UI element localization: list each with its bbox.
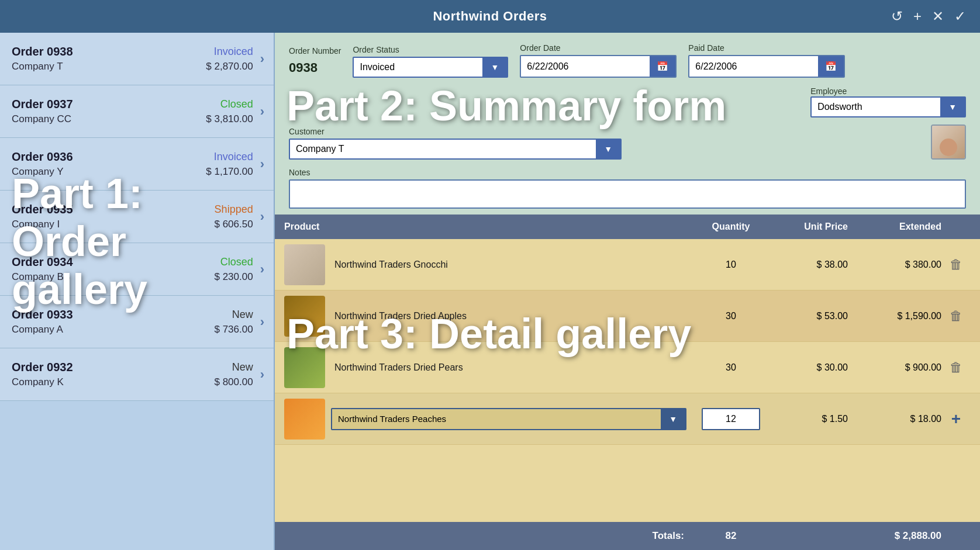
- notes-field: Notes: [289, 168, 966, 209]
- product-dropdown-btn[interactable]: ▼: [661, 409, 685, 429]
- order-date-calendar-btn[interactable]: 📅: [650, 56, 675, 77]
- product-thumbnail: [284, 244, 325, 285]
- product-extended-new: $ 18.00: [848, 414, 941, 424]
- order-item-top: Order 0937 Closed: [12, 98, 253, 111]
- product-name: Northwind Traders Dried Pears: [334, 362, 696, 373]
- customer-field: Customer ▼: [289, 127, 622, 160]
- notes-input[interactable]: [289, 179, 966, 209]
- order-item-content: Order 0936 Invoiced Company Y $ 1,170.00: [12, 150, 253, 178]
- paid-date-field: Paid Date 📅: [688, 43, 845, 78]
- order-date-field: Order Date 📅: [520, 43, 677, 78]
- chevron-right-icon: ›: [260, 51, 264, 67]
- product-dropdown[interactable]: ▼: [331, 408, 686, 430]
- order-item-bottom: Company A $ 736.00: [12, 324, 253, 335]
- order-item[interactable]: Order 0935 Shipped Company I $ 606.50 ›: [0, 191, 274, 243]
- employee-input[interactable]: [812, 98, 940, 116]
- paid-date-input[interactable]: [689, 58, 818, 75]
- order-item-bottom: Company CC $ 3,810.00: [12, 113, 253, 125]
- col-extended-header: Extended: [848, 222, 941, 232]
- col-price-header: Unit Price: [766, 222, 848, 232]
- product-quantity: 10: [696, 260, 766, 270]
- order-number: Order 0934: [12, 255, 73, 269]
- order-item[interactable]: Order 0936 Invoiced Company Y $ 1,170.00…: [0, 138, 274, 191]
- chevron-right-icon: ›: [260, 104, 264, 119]
- order-status: Invoiced: [214, 46, 253, 58]
- add-product-btn[interactable]: +: [941, 410, 971, 428]
- order-item-content: Order 0933 New Company A $ 736.00: [12, 308, 253, 335]
- totals-qty: 82: [696, 530, 766, 542]
- product-delete[interactable]: 🗑: [941, 360, 971, 375]
- paid-date-calendar-btn[interactable]: 📅: [818, 56, 844, 77]
- product-unit-price: $ 53.00: [766, 311, 848, 321]
- product-extended: $ 1,590.00: [848, 311, 941, 321]
- chevron-right-icon: ›: [260, 157, 264, 172]
- order-status: Invoiced: [214, 151, 253, 163]
- delete-icon[interactable]: 🗑: [950, 360, 962, 375]
- table-header: Product Quantity Unit Price Extended: [275, 215, 980, 239]
- add-icon[interactable]: +: [913, 8, 922, 25]
- customer-dropdown-btn[interactable]: ▼: [596, 140, 620, 158]
- order-amount: $ 1,170.00: [206, 166, 253, 178]
- employee-label: Employee: [810, 87, 847, 96]
- product-delete[interactable]: 🗑: [941, 257, 971, 272]
- product-quantity: 30: [696, 311, 766, 321]
- order-item-content: Order 0934 Closed Company BB $ 230.00: [12, 255, 253, 283]
- product-dropdown-input[interactable]: [332, 409, 661, 428]
- order-item-content: Order 0938 Invoiced Company T $ 2,870.00: [12, 45, 253, 72]
- overlay-part3: Part 3: Detail gallery: [287, 310, 691, 358]
- product-table-wrapper: Product Quantity Unit Price Extended Nor…: [275, 215, 980, 550]
- app-title: Northwind Orders: [433, 9, 547, 24]
- product-unit-price-new: $ 1.50: [766, 414, 848, 424]
- product-delete[interactable]: 🗑: [941, 309, 971, 324]
- order-item[interactable]: Order 0937 Closed Company CC $ 3,810.00 …: [0, 85, 274, 138]
- order-company: Company CC: [12, 113, 71, 125]
- avatar-placeholder: [932, 126, 965, 158]
- order-amount: $ 3,810.00: [206, 113, 253, 125]
- employee-dropdown-btn[interactable]: ▼: [940, 98, 965, 116]
- order-company: Company K: [12, 376, 64, 388]
- chevron-right-icon: ›: [260, 367, 264, 382]
- order-status-input[interactable]: [354, 58, 482, 77]
- app-header: Northwind Orders ↺ + ✕ ✓: [0, 0, 980, 33]
- order-item-content: Order 0937 Closed Company CC $ 3,810.00: [12, 98, 253, 125]
- close-icon[interactable]: ✕: [932, 8, 944, 25]
- delete-icon[interactable]: 🗑: [950, 309, 962, 323]
- form-row-1: Order Number 0938 Order Status ▼ Order D…: [289, 43, 966, 78]
- order-status-dropdown[interactable]: ▼: [353, 57, 508, 78]
- quantity-input[interactable]: [702, 408, 760, 430]
- order-amount: $ 230.00: [214, 271, 253, 283]
- order-item[interactable]: Order 0932 New Company K $ 800.00 ›: [0, 348, 274, 401]
- paid-date-input-group: 📅: [688, 55, 845, 78]
- product-quantity: 30: [696, 362, 766, 373]
- check-icon[interactable]: ✓: [954, 8, 966, 25]
- order-number: Order 0933: [12, 308, 73, 321]
- order-date-input-group: 📅: [520, 55, 677, 78]
- order-status: Closed: [220, 256, 253, 268]
- add-icon[interactable]: +: [951, 410, 961, 428]
- order-gallery: Order 0938 Invoiced Company T $ 2,870.00…: [0, 33, 275, 550]
- avatar-head: [940, 139, 957, 156]
- product-unit-price: $ 38.00: [766, 260, 848, 270]
- chevron-right-icon: ›: [260, 209, 264, 224]
- customer-dropdown[interactable]: ▼: [289, 139, 622, 160]
- product-unit-price: $ 30.00: [766, 362, 848, 373]
- customer-input[interactable]: [290, 140, 596, 158]
- totals-extended: $ 2,888.00: [848, 530, 941, 542]
- delete-icon[interactable]: 🗑: [950, 257, 962, 272]
- order-status-dropdown-btn[interactable]: ▼: [482, 58, 507, 77]
- order-item[interactable]: Order 0938 Invoiced Company T $ 2,870.00…: [0, 33, 274, 85]
- order-amount: $ 736.00: [214, 324, 253, 335]
- order-amount: $ 800.00: [214, 376, 253, 388]
- order-amount: $ 606.50: [214, 219, 253, 230]
- employee-dropdown[interactable]: ▼: [810, 96, 966, 117]
- order-item[interactable]: Order 0933 New Company A $ 736.00 ›: [0, 296, 274, 348]
- refresh-icon[interactable]: ↺: [891, 8, 903, 25]
- paid-date-label: Paid Date: [688, 43, 845, 53]
- order-item[interactable]: Order 0934 Closed Company BB $ 230.00 ›: [0, 243, 274, 296]
- product-row-new: ▼ $ 1.50 $ 18.00 +: [275, 393, 980, 445]
- order-status-field: Order Status ▼: [353, 45, 508, 78]
- overlay-part2: Part 2: Summary form: [287, 82, 726, 130]
- order-status-label: Order Status: [353, 45, 508, 54]
- order-date-input[interactable]: [521, 58, 650, 75]
- order-status: Shipped: [215, 203, 253, 216]
